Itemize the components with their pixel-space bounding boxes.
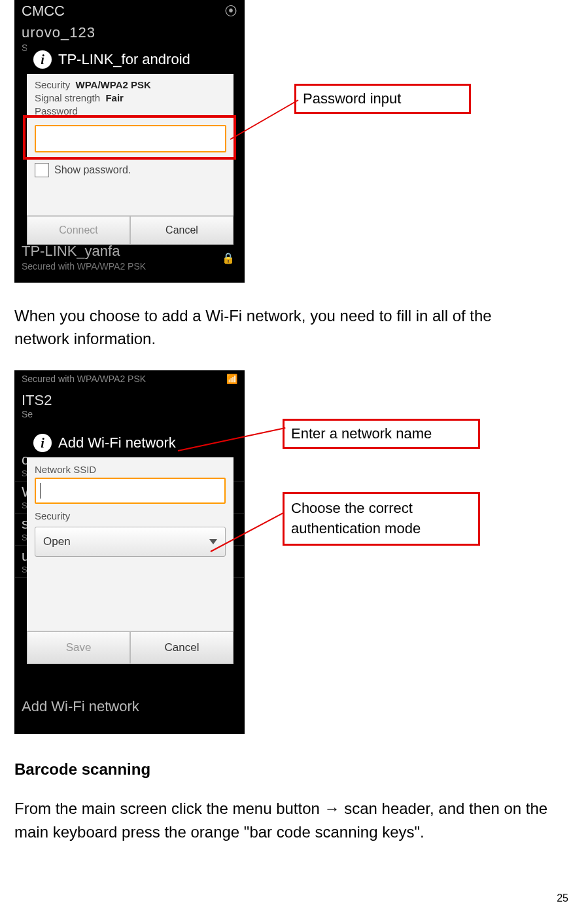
info-icon: i — [33, 434, 52, 452]
add-wifi-dialog: i Add Wi-Fi network Network SSID Securit… — [27, 429, 233, 664]
bg-network-urovo: urovo_123 — [15, 22, 244, 43]
show-password-checkbox[interactable] — [35, 163, 49, 177]
save-button[interactable]: Save — [27, 631, 130, 664]
bg-network-yanfa-sub: Secured with WPA/WPA2 PSK — [22, 261, 146, 272]
dialog-title: TP-LINK_for android — [58, 51, 190, 68]
bg-top-row: Secured with WPA/WPA2 PSK 📶 — [15, 371, 244, 387]
signal-value: Fair — [105, 92, 124, 103]
lock-icon: 🔒 — [222, 252, 235, 264]
wifi-connect-screenshot: CMCC ⦿ urovo_123 Se i TP-LINK_for androi… — [14, 0, 245, 283]
bg-network-cmcc: CMCC ⦿ — [15, 1, 244, 22]
cancel-button[interactable]: Cancel — [130, 216, 233, 245]
paragraph-add-wifi: When you choose to add a Wi-Fi network, … — [14, 305, 549, 351]
signal-label: Signal strength — [35, 92, 100, 103]
connect-button[interactable]: Connect — [27, 216, 130, 245]
text-cursor — [40, 483, 41, 499]
chevron-down-icon — [209, 539, 217, 544]
info-icon: i — [33, 50, 52, 69]
callout-network-name: Enter a network name — [283, 419, 480, 449]
password-input[interactable] — [35, 125, 226, 152]
show-password-label: Show password. — [54, 164, 131, 176]
security-select[interactable]: Open — [35, 527, 226, 557]
bg-add-wifi-row: Add Wi-Fi network — [22, 698, 139, 715]
ssid-label: Network SSID — [27, 457, 233, 478]
paragraph-barcode-scanning: From the main screen click the menu butt… — [14, 797, 549, 844]
security-label: Security — [27, 504, 233, 524]
page-number: 25 — [557, 892, 568, 904]
show-password-row[interactable]: Show password. — [35, 163, 131, 177]
bg-network-its: ITS2 — [15, 387, 244, 409]
wifi-icon: 📶 — [226, 374, 237, 384]
bg-top-sub: Secured with WPA/WPA2 PSK — [22, 374, 146, 384]
security-select-value: Open — [43, 535, 71, 548]
security-label: Security — [35, 79, 70, 90]
bg-network-its-sub: Se — [15, 409, 244, 423]
cancel-button[interactable]: Cancel — [130, 631, 233, 664]
security-value: WPA/WPA2 PSK — [76, 79, 151, 90]
dialog-buttons: Save Cancel — [27, 631, 233, 664]
dialog-title: Add Wi-Fi network — [58, 434, 176, 451]
callout-auth-mode: Choose the correct authentication mode — [283, 492, 480, 546]
dialog-header: i TP-LINK_for android — [27, 45, 233, 74]
dialog-header: i Add Wi-Fi network — [27, 429, 233, 457]
heading-barcode-scanning: Barcode scanning — [14, 760, 150, 779]
bg-network-yanfa: TP-LINK_yanfa — [22, 243, 120, 260]
callout-password-input-text: Password input — [303, 90, 401, 107]
wifi-icon: ⦿ — [224, 4, 237, 19]
network-name: CMCC — [22, 3, 65, 20]
add-wifi-screenshot: Secured with WPA/WPA2 PSK 📶 ITS2 Se cl S… — [14, 370, 245, 734]
dialog-buttons: Connect Cancel — [27, 215, 233, 245]
callout-auth-mode-text: Choose the correct authentication mode — [291, 499, 472, 539]
callout-password-input: Password input — [294, 84, 471, 114]
ssid-input[interactable] — [35, 478, 226, 504]
callout-network-name-text: Enter a network name — [291, 425, 432, 442]
